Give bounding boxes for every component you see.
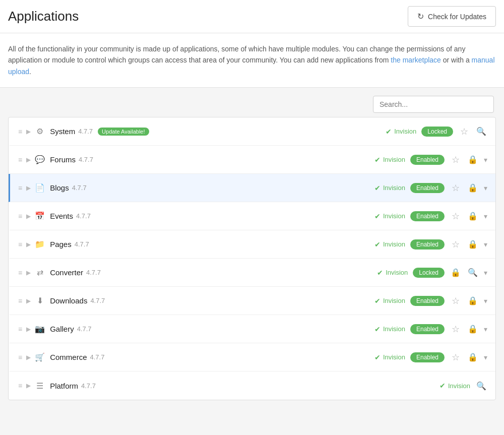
expand-arrow[interactable]: ▶ — [26, 184, 31, 192]
drag-handle[interactable]: ≡ — [18, 156, 22, 163]
drag-handle[interactable]: ≡ — [18, 128, 22, 135]
drag-handle[interactable]: ≡ — [18, 213, 22, 220]
drag-handle[interactable]: ≡ — [18, 184, 22, 192]
invision-badge: ✔ Invision — [439, 382, 470, 390]
app-name: Platform — [50, 382, 78, 390]
author-label: Invision — [383, 212, 405, 220]
check-icon: ✔ — [374, 353, 381, 361]
status-badge: Enabled — [410, 183, 445, 193]
app-version: 4.7.7 — [86, 269, 101, 276]
invision-badge: ✔ Invision — [386, 128, 416, 136]
star-icon[interactable]: ☆ — [450, 239, 462, 250]
apps-table: ≡ ▶ ⚙ System 4.7.7 Update Available! ✔ I… — [8, 117, 496, 400]
app-name: Commerce — [50, 353, 87, 361]
invision-badge: ✔ Invision — [374, 156, 405, 164]
chevron-down-icon[interactable]: ▾ — [484, 353, 487, 361]
search-icon[interactable]: 🔍 — [475, 381, 487, 391]
lock-icon[interactable]: 🔒 — [467, 324, 479, 334]
star-icon[interactable]: ☆ — [458, 126, 470, 137]
app-name: System — [50, 127, 75, 136]
table-row: ≡ ▶ 📷 Gallery 4.7.7 ✔ Invision Enabled☆🔒… — [9, 315, 495, 343]
invision-badge: ✔ Invision — [374, 184, 405, 192]
check-updates-button[interactable]: ↻ Check for Updates — [408, 6, 496, 27]
star-icon[interactable]: ☆ — [450, 211, 462, 222]
status-badge: Enabled — [410, 324, 445, 334]
drag-handle[interactable]: ≡ — [18, 354, 22, 361]
app-right: ✔ Invision Enabled☆🔒▾ — [374, 352, 487, 363]
star-icon[interactable]: ☆ — [450, 182, 462, 194]
update-badge[interactable]: Update Available! — [98, 128, 149, 136]
expand-arrow[interactable]: ▶ — [26, 382, 31, 389]
expand-arrow[interactable]: ▶ — [26, 156, 31, 163]
table-row: ≡ ▶ ⚙ System 4.7.7 Update Available! ✔ I… — [9, 117, 495, 146]
chevron-down-icon[interactable]: ▾ — [484, 297, 487, 305]
status-badge: Locked — [421, 127, 453, 137]
app-version: 4.7.7 — [72, 184, 87, 192]
table-row: ≡ ▶ 📅 Events 4.7.7 ✔ Invision Enabled☆🔒▾ — [9, 202, 495, 230]
author-label: Invision — [386, 269, 408, 276]
lock-icon[interactable]: 🔒 — [467, 352, 479, 362]
page-title: Applications — [8, 9, 79, 24]
app-right: ✔ Invision Locked☆🔍 — [386, 126, 487, 137]
app-version: 4.7.7 — [75, 240, 89, 248]
star-icon[interactable]: ☆ — [450, 154, 462, 165]
app-icon: 🛒 — [35, 352, 45, 362]
lock-icon[interactable]: 🔒 — [450, 268, 462, 277]
check-icon: ✔ — [374, 325, 381, 333]
check-icon: ✔ — [439, 382, 446, 390]
author-label: Invision — [394, 128, 416, 135]
app-right: ✔ Invision Enabled☆🔒▾ — [374, 154, 487, 165]
chevron-down-icon[interactable]: ▾ — [484, 156, 487, 164]
table-row: ≡ ▶ 💬 Forums 4.7.7 ✔ Invision Enabled☆🔒▾ — [9, 146, 495, 174]
status-badge: Enabled — [410, 239, 445, 250]
author-label: Invision — [383, 156, 405, 163]
search-icon[interactable]: 🔍 — [467, 268, 479, 277]
expand-arrow[interactable]: ▶ — [26, 213, 31, 220]
chevron-down-icon[interactable]: ▾ — [484, 240, 487, 248]
status-badge: Enabled — [410, 155, 445, 165]
expand-arrow[interactable]: ▶ — [26, 241, 31, 248]
app-name: Converter — [50, 268, 83, 277]
app-version: 4.7.7 — [78, 128, 93, 135]
check-icon: ✔ — [386, 128, 392, 136]
expand-arrow[interactable]: ▶ — [26, 326, 31, 333]
expand-arrow[interactable]: ▶ — [26, 128, 31, 135]
status-badge: Locked — [413, 268, 445, 278]
app-version: 4.7.7 — [77, 325, 92, 333]
lock-icon[interactable]: 🔒 — [467, 296, 479, 305]
search-bar-container — [8, 96, 496, 113]
drag-handle[interactable]: ≡ — [18, 382, 22, 389]
star-icon[interactable]: ☆ — [450, 324, 462, 335]
drag-handle[interactable]: ≡ — [18, 326, 22, 333]
status-badge: Enabled — [410, 296, 445, 306]
author-label: Invision — [383, 240, 405, 248]
chevron-down-icon[interactable]: ▾ — [484, 184, 487, 192]
lock-icon[interactable]: 🔒 — [467, 239, 479, 249]
invision-badge: ✔ Invision — [377, 269, 408, 277]
star-icon[interactable]: ☆ — [450, 295, 462, 306]
status-badge: Enabled — [410, 211, 445, 221]
drag-handle[interactable]: ≡ — [18, 297, 22, 304]
drag-handle[interactable]: ≡ — [18, 241, 22, 248]
expand-arrow[interactable]: ▶ — [26, 354, 31, 361]
chevron-down-icon[interactable]: ▾ — [484, 269, 487, 277]
author-label: Invision — [383, 353, 405, 361]
expand-arrow[interactable]: ▶ — [26, 297, 31, 304]
chevron-down-icon[interactable]: ▾ — [484, 325, 487, 333]
check-updates-label: Check for Updates — [428, 13, 486, 21]
app-name: Events — [50, 212, 73, 220]
lock-icon[interactable]: 🔒 — [467, 183, 479, 193]
status-badge: Enabled — [410, 352, 445, 362]
table-row: ≡ ▶ ⬇ Downloads 4.7.7 ✔ Invision Enabled… — [9, 287, 495, 315]
expand-arrow[interactable]: ▶ — [26, 269, 31, 276]
drag-handle[interactable]: ≡ — [18, 269, 22, 276]
invision-badge: ✔ Invision — [374, 297, 405, 305]
star-icon[interactable]: ☆ — [450, 352, 462, 363]
chevron-down-icon[interactable]: ▾ — [484, 212, 487, 220]
lock-icon[interactable]: 🔒 — [467, 155, 479, 164]
lock-icon[interactable]: 🔒 — [467, 211, 479, 221]
search-input[interactable] — [373, 96, 494, 113]
search-icon[interactable]: 🔍 — [475, 127, 487, 136]
marketplace-link[interactable]: the marketplace — [391, 56, 441, 64]
main-content: ≡ ▶ ⚙ System 4.7.7 Update Available! ✔ I… — [0, 88, 504, 408]
